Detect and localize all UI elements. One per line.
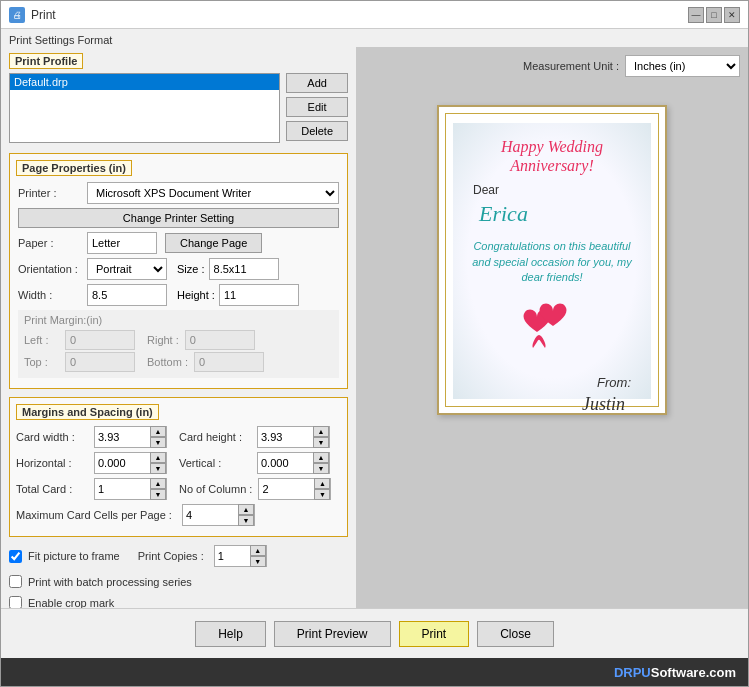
total-card-down[interactable]: ▼ (150, 489, 166, 500)
card-hearts (517, 300, 587, 365)
card-height-up[interactable]: ▲ (313, 426, 329, 437)
vertical-spinner[interactable]: ▲ ▼ (257, 452, 330, 474)
right-margin-input[interactable] (185, 330, 255, 350)
settings-format-row: Print Settings Format (1, 29, 748, 47)
no-of-column-up[interactable]: ▲ (314, 478, 330, 489)
horizontal-spinner[interactable]: ▲ ▼ (94, 452, 167, 474)
card-width-spinner-btns: ▲ ▼ (150, 426, 166, 448)
no-of-column-down[interactable]: ▼ (314, 489, 330, 500)
paper-row: Paper : Change Page (18, 232, 339, 254)
left-margin-input[interactable] (65, 330, 135, 350)
profile-list-item[interactable]: Default.drp (10, 74, 279, 90)
card-title: Happy Wedding Anniversary! (501, 137, 603, 175)
measurement-label: Measurement Unit : (523, 60, 619, 72)
hearts-svg (517, 300, 587, 365)
change-page-button[interactable]: Change Page (165, 233, 262, 253)
total-col-row: Total Card : ▲ ▼ No of Column : ▲ ▼ (16, 478, 341, 500)
right-panel: Measurement Unit : Inches (in) Centimete… (356, 47, 748, 608)
page-properties-label: Page Properties (in) (16, 160, 132, 176)
title-bar: 🖨 Print — □ ✕ (1, 1, 748, 29)
change-printer-button[interactable]: Change Printer Setting (18, 208, 339, 228)
window-title: Print (31, 8, 56, 22)
vertical-up[interactable]: ▲ (313, 452, 329, 463)
max-card-spinner[interactable]: ▲ ▼ (182, 504, 255, 526)
horizontal-up[interactable]: ▲ (150, 452, 166, 463)
add-button[interactable]: Add (286, 73, 348, 93)
card-height-spinner[interactable]: ▲ ▼ (257, 426, 330, 448)
profile-buttons: Add Edit Delete (286, 73, 348, 141)
horizontal-input[interactable] (95, 456, 150, 470)
max-card-input[interactable] (183, 508, 238, 522)
close-window-button[interactable]: ✕ (724, 7, 740, 23)
paper-label: Paper : (18, 237, 83, 249)
settings-format-label: Print Settings Format (9, 34, 112, 46)
card-width-down[interactable]: ▼ (150, 437, 166, 448)
close-button[interactable]: Close (477, 621, 554, 647)
card-width-spinner[interactable]: ▲ ▼ (94, 426, 167, 448)
print-preview-button[interactable]: Print Preview (274, 621, 391, 647)
measurement-select[interactable]: Inches (in) Centimeters (cm) Millimeters… (625, 55, 740, 77)
print-copies-input[interactable] (215, 549, 250, 563)
orientation-select[interactable]: Portrait (87, 258, 167, 280)
card-width-input[interactable] (95, 430, 150, 444)
enable-crop-label: Enable crop mark (28, 597, 114, 609)
top-margin-input[interactable] (65, 352, 135, 372)
horizontal-label: Horizontal : (16, 457, 88, 469)
margins-spacing-label: Margins and Spacing (in) (16, 404, 159, 420)
total-card-up[interactable]: ▲ (150, 478, 166, 489)
printer-select[interactable]: Microsoft XPS Document Writer (87, 182, 339, 204)
total-card-spinner[interactable]: ▲ ▼ (94, 478, 167, 500)
height-input[interactable] (219, 284, 299, 306)
card-width-up[interactable]: ▲ (150, 426, 166, 437)
no-of-column-spinner-btns: ▲ ▼ (314, 478, 330, 500)
print-margin-label: Print Margin:(in) (24, 314, 333, 326)
batch-processing-checkbox[interactable] (9, 575, 22, 588)
card-height-down[interactable]: ▼ (313, 437, 329, 448)
paper-input[interactable] (87, 232, 157, 254)
drpu-text: DRPUSoftware.com (614, 665, 736, 680)
profile-list[interactable]: Default.drp (9, 73, 280, 143)
max-card-label: Maximum Card Cells per Page : (16, 509, 172, 521)
orientation-size-row: Orientation : Portrait Size : (18, 258, 339, 280)
batch-processing-row: Print with batch processing series (9, 575, 348, 588)
top-bottom-row: Top : Bottom : (24, 352, 333, 372)
card-size-row: Card width : ▲ ▼ Card height : ▲ ▼ (16, 426, 341, 448)
horizontal-down[interactable]: ▼ (150, 463, 166, 474)
minimize-button[interactable]: — (688, 7, 704, 23)
enable-crop-checkbox[interactable] (9, 596, 22, 608)
card-preview: Happy Wedding Anniversary! Dear Erica Co… (437, 105, 667, 415)
vertical-input[interactable] (258, 456, 313, 470)
vertical-spinner-btns: ▲ ▼ (313, 452, 329, 474)
size-label: Size : (177, 263, 205, 275)
max-card-spinner-btns: ▲ ▼ (238, 504, 254, 526)
no-of-column-spinner[interactable]: ▲ ▼ (258, 478, 331, 500)
total-card-label: Total Card : (16, 483, 88, 495)
page-properties-section: Page Properties (in) Printer : Microsoft… (9, 153, 348, 389)
print-copies-down[interactable]: ▼ (250, 556, 266, 567)
app-icon: 🖨 (9, 7, 25, 23)
fit-picture-label: Fit picture to frame (28, 550, 120, 562)
max-card-down[interactable]: ▼ (238, 515, 254, 526)
card-name: Erica (479, 201, 528, 227)
size-input[interactable] (209, 258, 279, 280)
delete-button[interactable]: Delete (286, 121, 348, 141)
total-card-input[interactable] (95, 482, 150, 496)
width-input[interactable] (87, 284, 167, 306)
main-window: 🖨 Print — □ ✕ Print Settings Format Prin… (0, 0, 749, 687)
print-copies-spinner[interactable]: ▲ ▼ (214, 545, 267, 567)
drpu-footer: DRPUSoftware.com (1, 658, 748, 686)
printer-label: Printer : (18, 187, 83, 199)
print-button[interactable]: Print (399, 621, 470, 647)
no-of-column-input[interactable] (259, 482, 314, 496)
card-height-input[interactable] (258, 430, 313, 444)
maximize-button[interactable]: □ (706, 7, 722, 23)
vertical-down[interactable]: ▼ (313, 463, 329, 474)
max-card-up[interactable]: ▲ (238, 504, 254, 515)
no-of-column-label: No of Column : (179, 483, 252, 495)
bottom-margin-input[interactable] (194, 352, 264, 372)
help-button[interactable]: Help (195, 621, 266, 647)
fit-picture-checkbox[interactable] (9, 550, 22, 563)
edit-button[interactable]: Edit (286, 97, 348, 117)
card-height-label: Card height : (179, 431, 251, 443)
print-copies-up[interactable]: ▲ (250, 545, 266, 556)
